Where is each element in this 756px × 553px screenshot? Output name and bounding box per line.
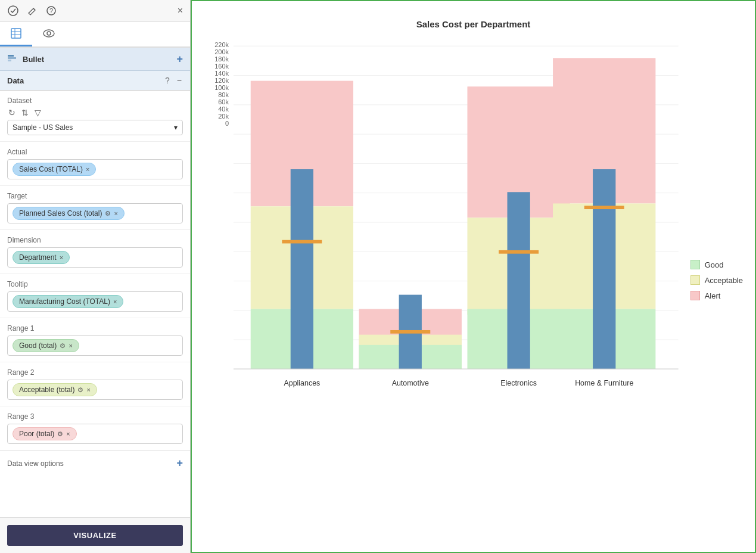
- actual-tag[interactable]: Sales Cost (TOTAL) ×: [13, 163, 96, 176]
- range1-label: Range 1: [7, 324, 183, 333]
- legend-alert-color: [690, 291, 700, 300]
- refresh-dataset-button[interactable]: ↻: [7, 108, 17, 117]
- y-label-180k: 180k: [214, 55, 229, 63]
- help-data-button[interactable]: ?: [164, 76, 171, 85]
- range2-settings-icon[interactable]: ⚙: [77, 386, 83, 394]
- target-tag[interactable]: Planned Sales Cost (total) ⚙ ×: [13, 207, 125, 220]
- tooltip-label: Tooltip: [7, 280, 183, 288]
- y-axis: 220k 200k 180k 160k 140k 120k 100k 80k 6…: [204, 38, 234, 145]
- y-label-80k: 80k: [218, 91, 229, 98]
- svg-point-8: [43, 30, 54, 37]
- chevron-down-icon: ▾: [174, 123, 178, 132]
- actual-section: Actual Sales Cost (TOTAL) ×: [0, 142, 190, 186]
- actual-field-value: Sales Cost (TOTAL): [19, 165, 83, 173]
- tooltip-remove-icon[interactable]: ×: [113, 298, 117, 305]
- x-label-appliances: Appliances: [284, 379, 320, 387]
- data-view-label: Data view options: [7, 459, 64, 468]
- sidebar: ? × Bullet + Data ? −: [0, 0, 191, 553]
- sidebar-tabs: [0, 22, 190, 48]
- svg-point-9: [47, 32, 51, 35]
- range3-settings-icon[interactable]: ⚙: [57, 430, 63, 438]
- range1-tag[interactable]: Good (total) ⚙ ×: [13, 339, 79, 352]
- x-label-furniture: Home & Furniture: [575, 379, 633, 387]
- visualize-bar: VISUALIZE: [0, 517, 190, 553]
- actual-field-row: Sales Cost (TOTAL) ×: [7, 159, 183, 179]
- check-icon[interactable]: [7, 5, 19, 17]
- legend-alert: Alert: [690, 291, 743, 300]
- filter-dataset-button[interactable]: ▽: [33, 108, 42, 117]
- add-data-view-button[interactable]: +: [176, 457, 183, 470]
- furniture-target-line: [584, 206, 624, 209]
- dataset-value: Sample - US Sales: [13, 123, 73, 132]
- y-label-0: 0: [225, 120, 229, 127]
- data-view-section: Data view options +: [0, 451, 190, 476]
- bullet-chart-icon: [7, 52, 18, 66]
- tooltip-tag[interactable]: Manufacturing Cost (TOTAL) ×: [13, 295, 123, 308]
- legend-acceptable-label: Acceptable: [705, 276, 743, 285]
- range1-field-row: Good (total) ⚙ ×: [7, 335, 183, 356]
- bullet-section-header: Bullet +: [0, 48, 190, 71]
- configure-dataset-button[interactable]: ⇅: [20, 108, 30, 117]
- x-label-automotive: Automotive: [392, 379, 429, 387]
- dimension-remove-icon[interactable]: ×: [60, 254, 63, 261]
- range3-tag[interactable]: Poor (total) ⚙ ×: [13, 427, 77, 440]
- y-label-140k: 140k: [214, 70, 229, 77]
- svg-rect-12: [8, 60, 11, 61]
- appliances-target-line: [282, 240, 322, 244]
- main-chart-area: Sales Cost per Department 220k 200k 180k…: [191, 0, 756, 553]
- appliances-actual-bar: [291, 169, 313, 369]
- range2-tag[interactable]: Acceptable (total) ⚙ ×: [13, 383, 97, 396]
- y-label-200k: 200k: [214, 48, 229, 55]
- electronics-actual-bar: [507, 192, 530, 369]
- dataset-dropdown[interactable]: Sample - US Sales ▾: [7, 120, 183, 135]
- range1-settings-icon[interactable]: ⚙: [60, 342, 66, 350]
- range1-remove-icon[interactable]: ×: [69, 342, 72, 349]
- sidebar-content: Bullet + Data ? − Dataset ↻ ⇅ ▽ Sample -…: [0, 48, 190, 517]
- chart-legend: Good Acceptable Alert: [690, 260, 743, 300]
- dataset-label: Dataset: [7, 97, 183, 105]
- electronics-target-line: [499, 250, 539, 254]
- bullet-label: Bullet: [23, 55, 176, 64]
- range3-field-value: Poor (total): [19, 430, 54, 438]
- edit-icon[interactable]: [26, 5, 38, 17]
- y-label-60k: 60k: [218, 98, 229, 105]
- range3-label: Range 3: [7, 412, 183, 421]
- target-settings-icon[interactable]: ⚙: [105, 210, 111, 218]
- target-section: Target Planned Sales Cost (total) ⚙ ×: [0, 186, 190, 230]
- tab-data[interactable]: [0, 22, 32, 46]
- tooltip-field-row: Manufacturing Cost (TOTAL) ×: [7, 291, 183, 312]
- range2-remove-icon[interactable]: ×: [86, 386, 90, 393]
- actual-remove-icon[interactable]: ×: [86, 166, 89, 173]
- legend-good-label: Good: [705, 260, 724, 269]
- dimension-tag[interactable]: Department ×: [13, 251, 70, 264]
- range2-field-row: Acceptable (total) ⚙ ×: [7, 380, 183, 400]
- visualize-button[interactable]: VISUALIZE: [7, 525, 183, 546]
- range3-remove-icon[interactable]: ×: [66, 430, 70, 437]
- close-button[interactable]: ×: [178, 5, 183, 16]
- collapse-data-button[interactable]: −: [176, 76, 183, 85]
- target-field-value: Planned Sales Cost (total): [19, 209, 102, 218]
- dataset-section: Dataset ↻ ⇅ ▽ Sample - US Sales ▾: [0, 91, 190, 142]
- sidebar-header: ? ×: [0, 0, 190, 22]
- svg-text:?: ?: [49, 7, 53, 14]
- legend-acceptable-color: [690, 275, 700, 285]
- furniture-actual-bar: [593, 169, 615, 369]
- tooltip-field-value: Manufacturing Cost (TOTAL): [19, 297, 110, 306]
- add-bullet-button[interactable]: +: [176, 53, 183, 66]
- chart-title: Sales Cost per Department: [416, 19, 531, 29]
- dimension-field-row: Department ×: [7, 247, 183, 268]
- eye-icon: [43, 29, 55, 38]
- x-label-electronics: Electronics: [500, 379, 537, 387]
- target-label: Target: [7, 192, 183, 200]
- y-label-220k: 220k: [214, 41, 229, 48]
- tab-eye[interactable]: [32, 22, 66, 46]
- help-icon[interactable]: ?: [45, 5, 57, 17]
- range1-section: Range 1 Good (total) ⚙ ×: [0, 318, 190, 362]
- svg-rect-10: [8, 55, 14, 57]
- dimension-section: Dimension Department ×: [0, 230, 190, 274]
- target-remove-icon[interactable]: ×: [114, 210, 117, 217]
- range2-section: Range 2 Acceptable (total) ⚙ ×: [0, 362, 190, 406]
- svg-point-0: [8, 6, 18, 15]
- range1-field-value: Good (total): [19, 341, 57, 350]
- table-icon: [11, 28, 21, 39]
